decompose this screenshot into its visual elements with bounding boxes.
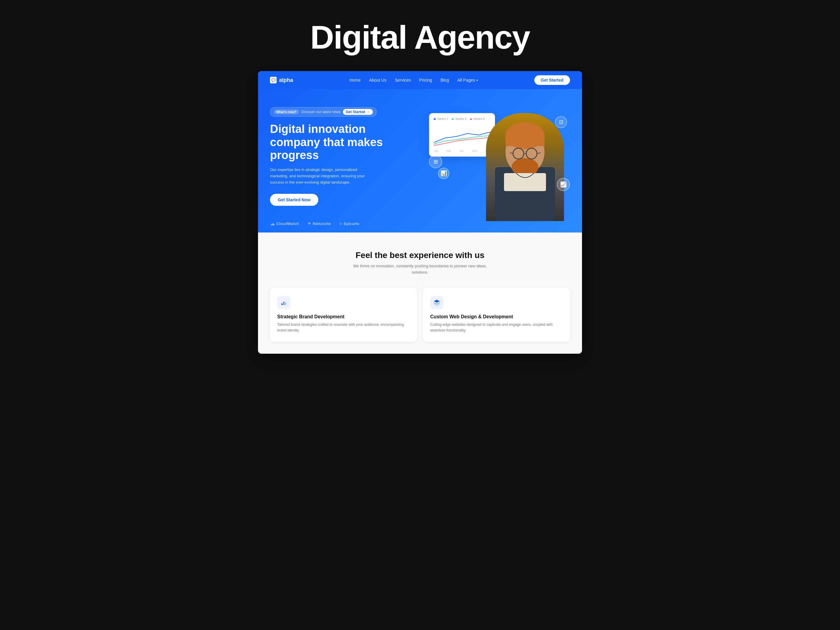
hero-cta-button[interactable]: Get Started Now — [270, 194, 318, 206]
navbar-nav: Home About Us Services Pricing Blog All … — [349, 78, 478, 82]
service-card-brand: Strategic Brand Development Tailored bra… — [270, 288, 417, 342]
section-header: Feel the best experience with us We thri… — [270, 251, 570, 276]
web-card-title: Custom Web Design & Development — [430, 314, 563, 319]
floating-icon-settings: ⊞ — [429, 155, 442, 168]
brand-logo-cloudwatch: ☁ CloudWatch — [270, 221, 299, 226]
floating-icon-grid: ⊟ — [555, 116, 567, 128]
chevron-down-icon: ▾ — [477, 79, 478, 82]
person-svg — [486, 113, 564, 221]
nietzsche-icon: ✦ — [307, 221, 311, 226]
page-title: Digital Agency — [310, 18, 530, 56]
page-title-section: Digital Agency — [0, 0, 840, 71]
brand-card-icon — [277, 296, 291, 309]
hero-subtext: Our expertise lies in strategic design, … — [270, 167, 372, 185]
hero-brand-logos: ☁ CloudWatch ✦ Nietzsche ≡ Epicurio — [270, 221, 420, 232]
brand-card-title: Strategic Brand Development — [277, 314, 410, 319]
brand-name: alpha — [279, 77, 293, 84]
nav-about[interactable]: About Us — [369, 78, 387, 82]
nav-pricing[interactable]: Pricing — [419, 78, 432, 82]
services-section: Feel the best experience with us We thri… — [258, 232, 582, 354]
brand-logo: alpha — [270, 77, 293, 84]
chart-x-labels: Jan Mar Jun Nov Dec — [434, 149, 490, 152]
brand-logo-epicurio: ≡ Epicurio — [339, 221, 359, 226]
hero-left: What's new? Discover our latest news Get… — [270, 107, 420, 232]
site-mockup: alpha Home About Us Services Pricing Blo… — [258, 71, 582, 354]
floating-icon-chart: 📊 — [438, 168, 449, 179]
web-card-icon — [430, 296, 444, 309]
layers-icon — [433, 299, 441, 306]
nav-all-pages[interactable]: All Pages ▾ — [457, 78, 478, 82]
svg-rect-14 — [285, 302, 286, 305]
hero-chart-card: Series 1 Series 2 Series 3 — [429, 113, 495, 156]
web-card-desc: Cutting-edge websites designed to captiv… — [430, 322, 563, 333]
badge-cta-button[interactable]: Get Started → — [343, 109, 373, 115]
navbar-cta-button[interactable]: Get Started — [534, 75, 570, 85]
brand-card-desc: Tailored brand strategies crafted to res… — [277, 322, 410, 333]
logo-icon — [270, 77, 276, 84]
nav-services[interactable]: Services — [395, 78, 411, 82]
services-subtitle: We thrive on innovation, constantly push… — [348, 263, 492, 276]
chart-legend-s1: Series 1 — [434, 117, 448, 121]
hero-headline: Digital innovation company that makes pr… — [270, 123, 384, 162]
navbar: alpha Home About Us Services Pricing Blo… — [258, 71, 582, 89]
svg-rect-12 — [281, 303, 283, 305]
badge-discover-text: Discover our latest news — [301, 110, 341, 114]
svg-rect-13 — [283, 302, 284, 305]
epicurio-icon: ≡ — [339, 221, 342, 226]
hero-right: Series 1 Series 2 Series 3 — [420, 107, 570, 221]
svg-rect-11 — [504, 173, 546, 191]
svg-rect-4 — [505, 134, 545, 146]
hero-person-image — [486, 113, 564, 221]
chart-legend-s2: Series 2 — [452, 117, 466, 121]
hero-badge: What's new? Discover our latest news Get… — [270, 107, 377, 117]
nav-home[interactable]: Home — [349, 78, 361, 82]
service-card-web: Custom Web Design & Development Cutting-… — [423, 288, 570, 342]
chart-legend-s3: Series 3 — [470, 117, 485, 121]
nav-blog[interactable]: Blog — [441, 78, 449, 82]
bar-chart-icon — [280, 299, 287, 306]
cloudwatch-icon: ☁ — [270, 221, 275, 226]
hero-section: What's new? Discover our latest news Get… — [258, 89, 582, 232]
brand-logo-nietzsche: ✦ Nietzsche — [307, 221, 331, 226]
services-cards-row: Strategic Brand Development Tailored bra… — [270, 288, 570, 342]
services-title: Feel the best experience with us — [270, 251, 570, 260]
badge-new-label: What's new? — [274, 109, 299, 114]
floating-icon-analytics: 📈 — [557, 178, 570, 191]
chart-legend: Series 1 Series 2 Series 3 — [434, 117, 490, 121]
chart-svg — [434, 123, 490, 147]
